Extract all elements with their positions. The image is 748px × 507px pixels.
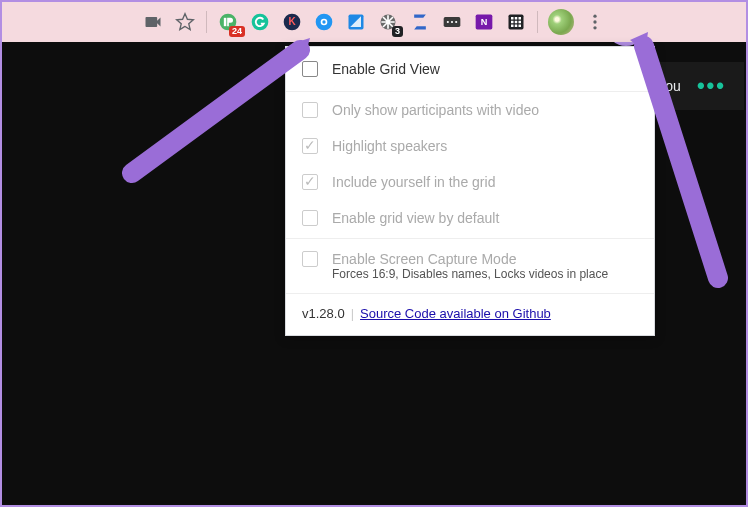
screen-capture-subtext: Forces 16:9, Disables names, Locks video… xyxy=(286,267,654,293)
separator xyxy=(286,238,654,239)
svg-rect-21 xyxy=(515,21,518,24)
option-label: Enable Grid View xyxy=(332,61,440,77)
svg-point-27 xyxy=(593,20,596,23)
svg-point-13 xyxy=(455,21,457,23)
svg-text:N: N xyxy=(481,17,488,27)
annotation-arrow-left xyxy=(122,38,312,188)
svg-rect-25 xyxy=(519,25,522,28)
source-code-link[interactable]: Source Code available on Github xyxy=(360,306,551,321)
pushbullet-badge: 24 xyxy=(229,26,245,37)
grid-view-popup: Enable Grid View Only show participants … xyxy=(285,46,655,336)
toolbar-divider xyxy=(537,11,538,33)
extension-blue-square-icon[interactable] xyxy=(345,11,367,33)
annotation-arrow-right xyxy=(630,32,740,292)
option-label: Enable Screen Capture Mode xyxy=(332,251,516,267)
svg-point-7 xyxy=(322,20,325,23)
svg-point-12 xyxy=(451,21,453,23)
chrome-menu-icon[interactable] xyxy=(584,11,606,33)
zotero-icon[interactable] xyxy=(409,11,431,33)
option-label: Include yourself in the grid xyxy=(332,174,495,190)
svg-point-2 xyxy=(252,14,269,31)
option-enable-grid-view[interactable]: Enable Grid View xyxy=(286,47,654,92)
version-label: v1.28.0 xyxy=(302,306,345,321)
svg-text:K: K xyxy=(288,16,296,27)
pushbullet-icon[interactable]: 24 xyxy=(217,11,239,33)
svg-rect-19 xyxy=(519,17,522,20)
camera-icon[interactable] xyxy=(142,11,164,33)
grammarly-icon[interactable] xyxy=(249,11,271,33)
checkbox-icon xyxy=(302,210,318,226)
svg-point-11 xyxy=(447,21,449,23)
option-label: Enable grid view by default xyxy=(332,210,499,226)
onenote-icon[interactable]: N xyxy=(473,11,495,33)
option-label: Highlight speakers xyxy=(332,138,447,154)
svg-line-30 xyxy=(132,50,300,173)
kami-icon[interactable]: K xyxy=(281,11,303,33)
extension-blue-circle-icon[interactable] xyxy=(313,11,335,33)
option-only-participants-video: Only show participants with video xyxy=(286,92,654,128)
profile-avatar[interactable] xyxy=(548,9,574,35)
svg-line-32 xyxy=(644,46,718,278)
option-enable-by-default: Enable grid view by default xyxy=(286,200,654,236)
checkbox-icon xyxy=(302,251,318,267)
svg-rect-1 xyxy=(224,18,227,26)
loom-badge: 3 xyxy=(392,26,403,37)
grid-extension-icon[interactable] xyxy=(505,11,527,33)
toolbar-divider xyxy=(206,11,207,33)
option-label: Only show participants with video xyxy=(332,102,539,118)
bookmark-star-icon[interactable] xyxy=(174,11,196,33)
popup-footer: v1.28.0 | Source Code available on Githu… xyxy=(286,293,654,335)
lastpass-icon[interactable] xyxy=(441,11,463,33)
option-highlight-speakers: Highlight speakers xyxy=(286,128,654,164)
svg-rect-20 xyxy=(511,21,514,24)
svg-rect-23 xyxy=(511,25,514,28)
svg-rect-24 xyxy=(515,25,518,28)
loom-icon[interactable]: 3 xyxy=(377,11,399,33)
option-include-yourself: Include yourself in the grid xyxy=(286,164,654,200)
svg-rect-18 xyxy=(515,17,518,20)
svg-point-28 xyxy=(593,26,596,29)
svg-rect-17 xyxy=(511,17,514,20)
svg-point-26 xyxy=(593,15,596,18)
svg-rect-22 xyxy=(519,21,522,24)
